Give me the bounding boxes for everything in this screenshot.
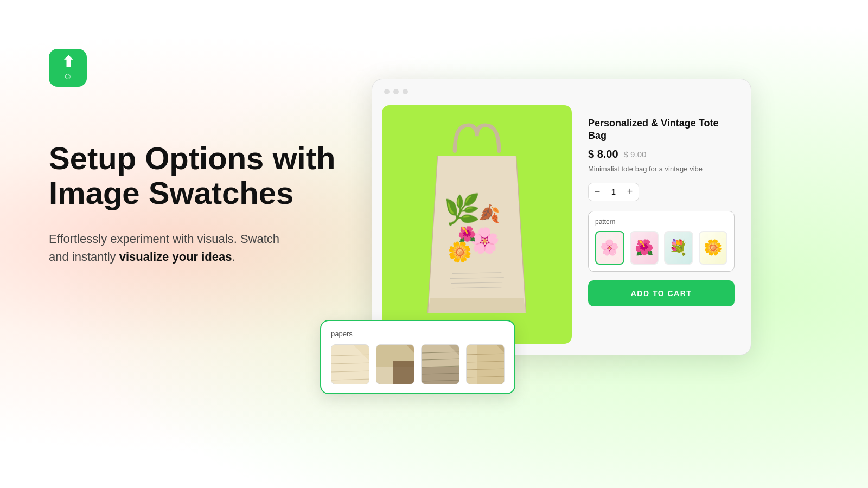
svg-rect-19 — [393, 361, 414, 384]
hero-text-section: Setup Options with Image Swatches Effort… — [49, 141, 353, 266]
swatch-flower-2-icon: 🌺 — [631, 232, 658, 264]
pattern-swatch-row: 🌸 🌺 💐 🌼 — [595, 231, 727, 265]
pattern-swatch-4[interactable]: 🌼 — [699, 231, 728, 265]
quantity-decrease-button[interactable]: − — [589, 183, 606, 201]
svg-text:🌼: 🌼 — [448, 240, 473, 264]
swatch-flower-1-icon: 🌸 — [596, 232, 623, 264]
browser-dot-2 — [393, 89, 399, 94]
swatch-flower-3-icon: 💐 — [665, 232, 692, 264]
hero-subtext: Effortlessly experiment with visuals. Sw… — [49, 230, 288, 266]
pattern-label: pattern — [595, 218, 727, 226]
svg-text:🍂: 🍂 — [478, 203, 500, 224]
papers-label: papers — [331, 330, 505, 338]
logo-smile-icon: ☺ — [63, 72, 72, 81]
paper-texture-1 — [331, 345, 369, 384]
swatch-flower-4-icon: 🌼 — [700, 232, 727, 264]
papers-swatch-card: papers — [320, 320, 515, 394]
svg-text:🌺: 🌺 — [458, 225, 476, 243]
pattern-swatch-section: pattern 🌸 🌺 💐 🌼 — [588, 211, 735, 272]
add-to-cart-button[interactable]: ADD TO CART — [588, 280, 735, 306]
price-original: $ 9.00 — [624, 150, 647, 159]
quantity-value: 1 — [606, 188, 621, 196]
tote-bag-image: 🌿 🌸 🌼 🍂 🌺 — [406, 121, 547, 328]
pattern-swatch-1[interactable]: 🌸 — [595, 231, 624, 265]
paper-swatch-3[interactable] — [421, 344, 459, 384]
pattern-swatch-2[interactable]: 🌺 — [630, 231, 659, 265]
paper-swatch-4[interactable] — [466, 344, 505, 384]
product-image-area: 🌿 🌸 🌼 🍂 🌺 — [382, 105, 572, 344]
app-logo: ⬆ ☺ — [49, 49, 87, 87]
browser-chrome-dots — [384, 89, 408, 94]
svg-rect-34 — [477, 345, 504, 384]
paper-swatch-1[interactable] — [331, 344, 369, 384]
svg-text:🌿: 🌿 — [444, 192, 481, 227]
product-title: Personalized & Vintage Tote Bag — [588, 117, 735, 143]
quantity-increase-button[interactable]: + — [621, 183, 639, 201]
browser-dot-3 — [403, 89, 408, 94]
price-current: $ 8.00 — [588, 148, 618, 160]
logo-icon: ⬆ — [62, 55, 74, 70]
browser-mockup: 🌿 🌸 🌼 🍂 🌺 Personalized & Vintage Tote Ba… — [372, 79, 751, 355]
hero-headline: Setup Options with Image Swatches — [49, 141, 353, 210]
paper-swatch-2[interactable] — [376, 344, 414, 384]
paper-texture-4 — [467, 345, 504, 384]
product-description: Minimalist tote bag for a vintage vibe — [588, 165, 735, 173]
svg-rect-27 — [422, 367, 459, 384]
pattern-swatch-3[interactable]: 💐 — [664, 231, 693, 265]
quantity-stepper: − 1 + — [588, 183, 639, 201]
price-row: $ 8.00 $ 9.00 — [588, 148, 735, 160]
paper-texture-2 — [376, 345, 414, 384]
papers-swatch-row — [331, 344, 505, 384]
product-details-panel: Personalized & Vintage Tote Bag $ 8.00 $… — [577, 105, 745, 318]
browser-dot-1 — [384, 89, 390, 94]
paper-texture-3 — [422, 345, 459, 384]
